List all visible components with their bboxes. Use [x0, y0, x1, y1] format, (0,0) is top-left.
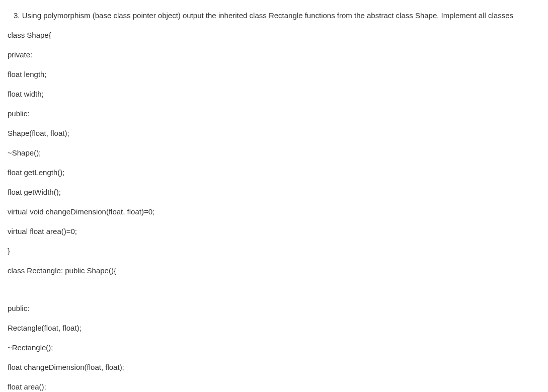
code-line: private: — [8, 49, 540, 60]
question-text: Using polymorphism (base class pointer o… — [22, 11, 513, 20]
code-line: ~Rectangle(); — [8, 342, 540, 353]
code-line: Rectangle(float, float); — [8, 323, 540, 333]
question-prompt: 3. Using polymorphism (base class pointe… — [8, 10, 540, 21]
code-line: float getLength(); — [8, 167, 540, 178]
code-line: public: — [8, 108, 540, 119]
code-line: Shape(float, float); — [8, 128, 540, 138]
code-line: float length; — [8, 69, 540, 80]
code-line: ~Shape(); — [8, 147, 540, 158]
code-line: public: — [8, 303, 540, 313]
code-line: class Rectangle: public Shape(){ — [8, 265, 540, 276]
blank-line — [8, 285, 540, 294]
document-content: 3. Using polymorphism (base class pointe… — [8, 10, 540, 392]
code-line: class Shape{ — [8, 30, 540, 40]
code-line: float area(); — [8, 381, 540, 392]
code-line: float changeDimension(float, float); — [8, 362, 540, 372]
code-line: virtual float area()=0; — [8, 226, 540, 237]
question-number: 3. — [14, 11, 20, 20]
code-line: } — [8, 246, 540, 256]
code-line: float getWidth(); — [8, 187, 540, 197]
code-line: virtual void changeDimension(float, floa… — [8, 206, 540, 217]
code-line: float width; — [8, 89, 540, 99]
